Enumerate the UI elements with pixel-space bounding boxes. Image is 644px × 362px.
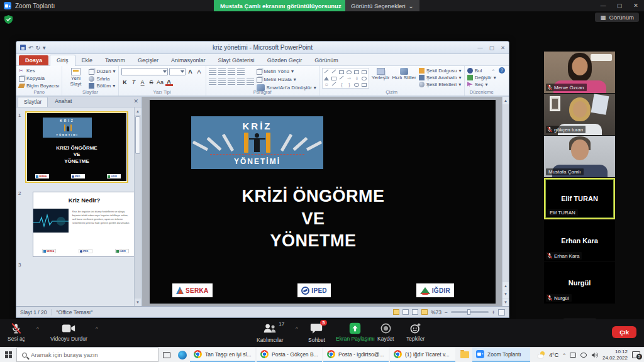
shape-effects-button[interactable]: Şekil Efektleri▾ bbox=[419, 82, 462, 87]
tab-slayt-gosterisi[interactable]: Slayt Gösterisi bbox=[212, 55, 261, 65]
participant-tile[interactable]: gökçen turan bbox=[544, 94, 615, 135]
zoom-out-icon[interactable]: − bbox=[445, 309, 448, 315]
reset-button[interactable]: Sıfırla bbox=[89, 76, 115, 82]
shadow-button[interactable]: S bbox=[148, 79, 155, 86]
leave-meeting-button[interactable]: Çık bbox=[612, 326, 636, 338]
reading-view-button[interactable] bbox=[412, 309, 418, 315]
ppt-titlebar[interactable]: ↶ ↻ ▾ kriz yönetimi - Microsoft PowerPoi… bbox=[16, 41, 509, 54]
next-slide-icon[interactable]: ▼ bbox=[502, 290, 509, 298]
scroll-down-icon[interactable]: ▼ bbox=[135, 299, 141, 306]
tab-gozden-gecir[interactable]: Gözden Geçir bbox=[261, 55, 309, 65]
align-text-button[interactable]: Metni Hizala▾ bbox=[257, 76, 316, 83]
justify-icon[interactable] bbox=[237, 79, 245, 85]
mic-options-caret[interactable]: ^ bbox=[36, 326, 39, 331]
slideshow-view-button[interactable] bbox=[421, 309, 428, 315]
new-slide-button[interactable]: Yeni Slayt bbox=[65, 68, 86, 89]
scroll-down-icon[interactable]: ▼ bbox=[502, 299, 509, 306]
replace-button[interactable]: Değiştir▾ bbox=[467, 75, 496, 80]
participant-tile[interactable]: Nurgül Nurgül bbox=[544, 262, 615, 304]
scroll-up-icon[interactable]: ▲ bbox=[135, 107, 141, 115]
stop-video-button[interactable]: Videoyu Durdur bbox=[50, 322, 87, 342]
display-icon[interactable] bbox=[570, 353, 576, 358]
fit-to-window-button[interactable] bbox=[498, 309, 505, 315]
text-direction-button[interactable]: Metin Yönü▾ bbox=[257, 68, 316, 75]
tab-ekle[interactable]: Ekle bbox=[75, 55, 99, 65]
task-view-button[interactable] bbox=[158, 348, 174, 362]
ppt-maximize-button[interactable]: ▢ bbox=[489, 45, 494, 51]
shape-fill-button[interactable]: Şekil Dolgusu▾ bbox=[419, 68, 462, 74]
search-input[interactable] bbox=[31, 351, 153, 358]
ppt-minimize-button[interactable]: — bbox=[477, 45, 483, 51]
taskbar-clock[interactable]: 10:12 24.02.2022 bbox=[602, 349, 628, 361]
speaker-icon[interactable] bbox=[591, 352, 598, 358]
tab-gecisler[interactable]: Geçişler bbox=[131, 55, 165, 65]
zoom-slider[interactable] bbox=[451, 311, 489, 313]
grow-font-button[interactable]: A bbox=[187, 68, 194, 75]
participant-tile[interactable]: Merve Özcan bbox=[544, 52, 615, 93]
panel-scrollbar[interactable]: ▲ ▼ bbox=[134, 107, 141, 306]
cut-button[interactable]: ✂Kes bbox=[19, 68, 59, 74]
shapes-gallery[interactable]: ⇨⇩ ✩{} bbox=[322, 68, 369, 89]
update-icon[interactable] bbox=[580, 353, 587, 358]
taskbar-search[interactable] bbox=[16, 348, 158, 362]
underline-button[interactable]: A bbox=[139, 79, 147, 86]
tab-dosya[interactable]: Dosya bbox=[19, 55, 48, 65]
shape-outline-button[interactable]: Şekil Anahattı▾ bbox=[419, 75, 462, 80]
unmute-button[interactable]: Sesi aç bbox=[8, 322, 25, 342]
slide-thumbnail-2[interactable]: Kriz Nedir? Kriz, bir örgütün üst düzey … bbox=[33, 192, 136, 257]
start-button[interactable] bbox=[0, 348, 16, 362]
editor-scrollbar[interactable]: ▲ ▲ ▼ ▼ bbox=[502, 97, 509, 306]
align-center-icon[interactable] bbox=[218, 79, 226, 85]
notification-center-icon[interactable]: 5 bbox=[632, 351, 640, 358]
bullets-icon[interactable] bbox=[209, 69, 216, 75]
record-button[interactable]: Kaydet bbox=[377, 322, 394, 342]
maximize-button[interactable]: ▢ bbox=[611, 3, 628, 9]
quick-styles-button[interactable]: Hızlı Stiller bbox=[392, 68, 416, 89]
select-button[interactable]: Seç▾ bbox=[467, 82, 496, 87]
font-size-select[interactable] bbox=[169, 68, 186, 75]
help-icon[interactable]: ? bbox=[499, 67, 505, 74]
share-screen-button[interactable]: Ekran Paylaşımı bbox=[336, 322, 375, 342]
close-button[interactable]: ✕ bbox=[628, 3, 644, 9]
italic-button[interactable]: T bbox=[130, 79, 138, 86]
participant-tile-active-speaker[interactable]: Elif TURAN Elif TURAN bbox=[544, 178, 615, 219]
font-name-select[interactable] bbox=[121, 68, 168, 75]
slide-thumbnail-1[interactable]: KRİZ YÖNETİMİ KRİZİ ÖNGÖRME VE YÖNETME bbox=[25, 111, 128, 183]
columns-icon[interactable] bbox=[247, 79, 254, 85]
panel-tab-slaytlar[interactable]: Slaytlar bbox=[18, 97, 48, 107]
tab-gorunum[interactable]: Görünüm bbox=[308, 55, 345, 65]
participants-caret[interactable]: ^ bbox=[296, 326, 298, 331]
taskbar-app-chrome[interactable]: (1) Iğdır Ticaret v... bbox=[390, 348, 455, 362]
numbering-icon[interactable] bbox=[218, 69, 226, 75]
participants-button[interactable]: 17 Katılımcılar bbox=[257, 322, 284, 343]
taskbar-app-chrome[interactable]: Posta - igdirtso@... bbox=[323, 348, 389, 362]
sorter-view-button[interactable] bbox=[402, 309, 409, 315]
tab-giris[interactable]: Giriş bbox=[50, 55, 75, 66]
tab-tasarim[interactable]: Tasarım bbox=[99, 55, 131, 65]
layout-button[interactable]: Düzen▾ bbox=[89, 68, 115, 75]
case-button[interactable]: Aa bbox=[157, 79, 164, 86]
font-color-button[interactable]: A bbox=[165, 79, 173, 86]
format-painter-button[interactable]: Biçim Boyacısı bbox=[19, 83, 59, 89]
view-button[interactable]: ▦Görünüm bbox=[595, 13, 639, 22]
taskbar-app-chrome[interactable]: Tan Taşçı en iyi sl... bbox=[190, 348, 255, 362]
ppt-close-button[interactable]: ✕ bbox=[501, 45, 505, 51]
normal-view-button[interactable] bbox=[393, 309, 399, 315]
weather-icon[interactable] bbox=[538, 351, 545, 358]
chat-button[interactable]: 5 Sohbet bbox=[308, 322, 325, 343]
taskbar-app-chrome[interactable]: Posta - Gökçen B... bbox=[257, 348, 322, 362]
arrange-button[interactable]: Yerleştir bbox=[372, 68, 390, 89]
shrink-font-button[interactable]: A bbox=[196, 68, 203, 75]
video-options-caret[interactable]: ^ bbox=[96, 326, 98, 331]
reactions-button[interactable]: Tepkiler bbox=[406, 322, 425, 342]
tray-expand-icon[interactable]: ^ bbox=[563, 352, 565, 358]
bold-button[interactable]: K bbox=[121, 79, 129, 86]
panel-close-icon[interactable]: ✕ bbox=[130, 97, 142, 107]
file-explorer-button[interactable] bbox=[457, 348, 472, 362]
section-button[interactable]: Bölüm▾ bbox=[89, 83, 115, 89]
current-slide[interactable]: KRİZ Y bbox=[150, 100, 496, 304]
scroll-up-icon[interactable]: ▲ bbox=[502, 97, 509, 104]
align-left-icon[interactable] bbox=[209, 79, 216, 85]
participant-tile[interactable]: Erhan Kara Erhan Kara bbox=[544, 220, 615, 261]
zoom-in-icon[interactable]: + bbox=[492, 309, 495, 315]
